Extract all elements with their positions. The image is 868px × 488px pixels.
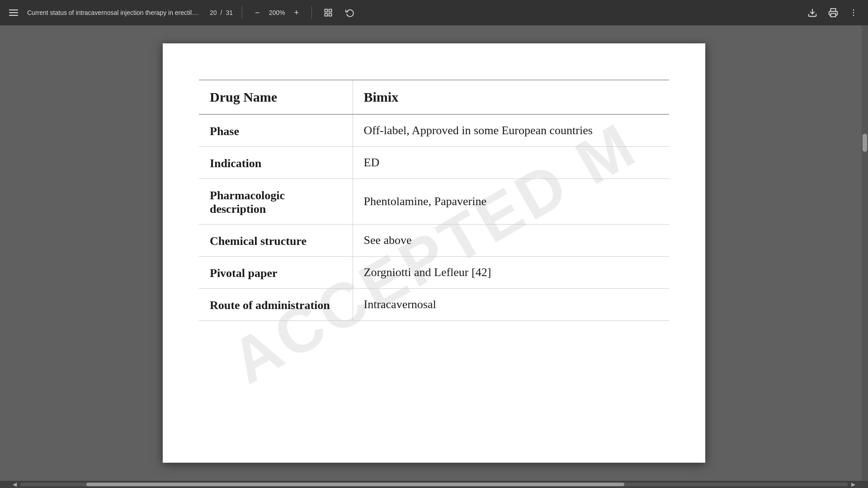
row-label: Drug Name	[199, 80, 353, 114]
row-label: Route of administration	[199, 289, 353, 321]
page-separator: /	[221, 9, 222, 16]
table-row: IndicationED	[199, 147, 669, 179]
svg-rect-3	[329, 14, 332, 16]
table-row: Route of administrationIntracavernosal	[199, 289, 669, 321]
document-title: Current status of intracavernosal inject…	[27, 9, 199, 16]
scroll-left-arrow[interactable]: ◀	[9, 481, 20, 488]
row-value: See above	[353, 225, 669, 257]
pdf-page: ACCEPTED M Drug NameBimixPhaseOff-label,…	[163, 43, 705, 463]
table-row: PhaseOff-label, Approved in some Europea…	[199, 114, 669, 147]
print-button[interactable]	[826, 5, 841, 20]
page-current: 20	[210, 9, 217, 16]
svg-rect-2	[325, 14, 328, 16]
bottom-scrollbar[interactable]: ◀ ▶	[0, 481, 868, 488]
scroll-right-arrow[interactable]: ▶	[848, 481, 859, 488]
divider	[242, 6, 242, 19]
row-label: Chemical structure	[199, 225, 353, 257]
svg-point-6	[853, 9, 854, 11]
row-label: Pivotal paper	[199, 257, 353, 289]
table-row: Pharmacologic descriptionPhentolamine, P…	[199, 179, 669, 225]
page-controls: 20 / 31	[210, 9, 233, 16]
menu-icon[interactable]	[7, 8, 20, 18]
svg-point-7	[853, 12, 854, 14]
zoom-value: 200%	[267, 9, 287, 16]
row-value: Bimix	[353, 80, 669, 114]
table-row: Drug NameBimix	[199, 80, 669, 114]
svg-rect-1	[329, 9, 332, 12]
svg-rect-0	[325, 9, 328, 12]
zoom-in-button[interactable]: +	[291, 6, 303, 19]
toolbar: Current status of intracavernosal inject…	[0, 0, 868, 25]
rotate-button[interactable]	[343, 5, 357, 20]
row-value: ED	[353, 147, 669, 179]
scrollbar-thumb	[863, 134, 867, 152]
row-label: Phase	[199, 114, 353, 147]
row-value: Zorgniotti and Lefleur [42]	[353, 257, 669, 289]
scrollbar-thumb-h	[86, 483, 624, 486]
divider2	[311, 6, 312, 19]
row-label: Pharmacologic description	[199, 179, 353, 225]
fit-page-button[interactable]	[321, 5, 335, 20]
zoom-out-button[interactable]: −	[251, 6, 264, 19]
row-value: Off-label, Approved in some European cou…	[353, 114, 669, 147]
table-row: Pivotal paperZorgniotti and Lefleur [42]	[199, 257, 669, 289]
table-row: Chemical structureSee above	[199, 225, 669, 257]
zoom-controls: − 200% +	[251, 6, 302, 19]
more-button[interactable]	[846, 5, 861, 20]
row-label: Indication	[199, 147, 353, 179]
svg-point-8	[853, 15, 854, 16]
page-total: 31	[226, 9, 233, 16]
row-value: Phentolamine, Papaverine	[353, 179, 669, 225]
download-button[interactable]	[805, 5, 820, 20]
svg-rect-5	[831, 14, 836, 17]
scrollbar-track	[20, 483, 848, 486]
row-value: Intracavernosal	[353, 289, 669, 321]
right-scrollbar[interactable]	[862, 25, 868, 481]
drug-table: Drug NameBimixPhaseOff-label, Approved i…	[199, 80, 669, 321]
content-area[interactable]: ACCEPTED M Drug NameBimixPhaseOff-label,…	[0, 25, 868, 481]
toolbar-right	[805, 5, 861, 20]
